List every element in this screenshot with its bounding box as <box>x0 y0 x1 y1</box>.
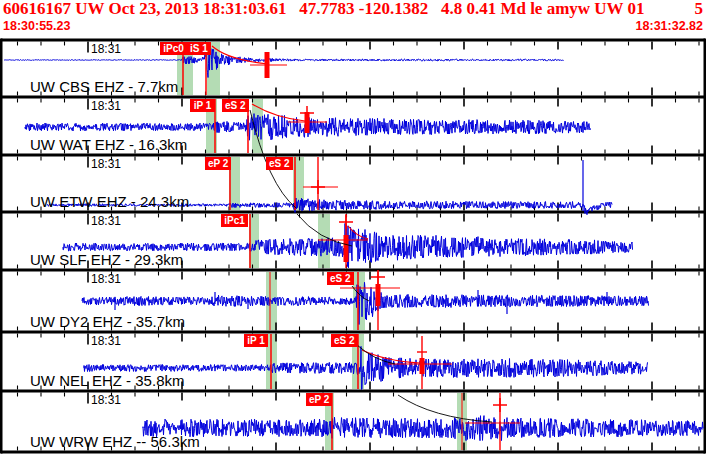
station-label-wrw: UW WRW EHZ -- 56.3km <box>30 433 200 450</box>
pick-flag[interactable]: eS 2 <box>222 99 249 112</box>
station-label-cbs: UW CBS EHZ - 7.7km <box>30 78 178 95</box>
pick-flag[interactable]: eS 2 <box>266 157 293 170</box>
pick-flag[interactable]: eP 2 <box>205 157 231 170</box>
pick-flag[interactable]: iPc0 <box>160 42 187 55</box>
seismic-waveform-viewer: 60616167 UW Oct 23, 2013 18:31:03.61 47.… <box>0 0 706 458</box>
station-label-wat: UW WAT EHZ - 16.3km <box>30 136 187 153</box>
minute-label: 18:31 <box>91 334 121 348</box>
pick-flag[interactable]: eS 2 <box>331 334 358 347</box>
pick-flag[interactable]: iS 1 <box>187 42 211 55</box>
minute-label: 18:31 <box>91 99 121 113</box>
minute-label: 18:31 <box>91 393 121 407</box>
pick-flag[interactable]: eS 2 <box>327 272 354 285</box>
minute-label: 18:31 <box>91 272 121 286</box>
minute-label: 18:31 <box>91 157 121 171</box>
station-label-nel: UW NEL EHZ - 35.8km <box>30 372 184 389</box>
pick-flag[interactable]: iP 1 <box>190 99 215 112</box>
pick-flag[interactable]: iPc1 <box>221 214 248 227</box>
panel-border <box>1 451 705 454</box>
station-label-etw: UW ETW EHZ - 24.3km <box>30 193 189 210</box>
station-label-dy2: UW DY2 EHZ - 35.7km <box>30 313 185 330</box>
minute-label: 18:31 <box>91 214 121 228</box>
minute-label: 18:31 <box>91 42 121 56</box>
pick-flag[interactable]: iP 1 <box>244 334 268 347</box>
station-label-slf: UW SLF EHZ - 29.3km <box>30 251 183 268</box>
pick-flag[interactable]: eP 2 <box>306 393 332 406</box>
